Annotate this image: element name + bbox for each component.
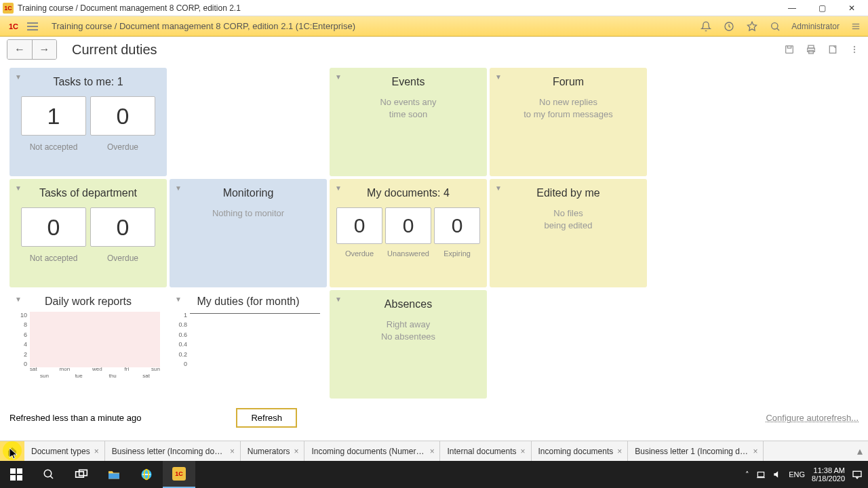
cursor-icon: [9, 448, 19, 460]
start-button[interactable]: [0, 461, 33, 488]
widget-title: My duties (for month): [175, 296, 321, 308]
widget-tasks-to-me[interactable]: ▼ Tasks to me: 1 1 0 Not accepted Overdu…: [9, 68, 167, 176]
history-icon[interactable]: [722, 20, 736, 33]
collapse-icon[interactable]: ▼: [495, 184, 502, 192]
widget-events[interactable]: ▼ Events No events any time soon: [330, 68, 487, 176]
window-title: Training course / Document management 8 …: [18, 3, 241, 13]
volume-icon[interactable]: [772, 470, 782, 479]
widget-absences[interactable]: ▼ Absences Right away No absentees: [330, 290, 487, 399]
language-indicator[interactable]: ENG: [789, 470, 805, 479]
widget-title: Edited by me: [496, 187, 640, 199]
collapse-icon[interactable]: ▼: [15, 184, 22, 192]
widget-daily-reports[interactable]: ▼ Daily work reports 10 8 6 4 2 0 sat mo…: [9, 290, 167, 399]
tab-document-types[interactable]: Document types×: [24, 441, 105, 461]
svg-rect-8: [787, 46, 791, 48]
refresh-button[interactable]: Refresh: [236, 408, 297, 428]
more-icon[interactable]: [848, 43, 861, 56]
app-icon: 1C: [3, 3, 14, 14]
svg-point-20: [44, 470, 52, 477]
user-name[interactable]: Administrator: [791, 22, 840, 31]
collapse-icon[interactable]: ▼: [335, 73, 342, 81]
collapse-icon[interactable]: ▼: [335, 296, 342, 303]
tab-business-letter-1[interactable]: Business letter 1 (Incoming do...×: [628, 441, 764, 461]
docs-overdue-count[interactable]: 0: [336, 207, 382, 244]
docs-expiring-label: Expiring: [434, 249, 480, 258]
close-tab-icon[interactable]: ×: [753, 447, 757, 456]
collapse-icon[interactable]: ▼: [335, 184, 342, 192]
docs-expiring-count[interactable]: 0: [434, 207, 480, 244]
page-open-icon[interactable]: [826, 43, 840, 56]
configure-autorefresh-link[interactable]: Configure autorefresh...: [766, 413, 859, 423]
widget-tasks-department[interactable]: ▼ Tasks of department 0 0 Not accepted O…: [9, 179, 167, 287]
tab-incoming-documents[interactable]: Incoming documents×: [532, 441, 629, 461]
widget-monitoring[interactable]: ▼ Monitoring Nothing to monitor: [170, 179, 327, 287]
collapse-icon[interactable]: ▼: [175, 184, 182, 192]
maximize-button[interactable]: ▢: [814, 2, 830, 14]
widget-title: Monitoring: [176, 187, 320, 199]
svg-rect-28: [853, 471, 861, 476]
widget-title: Daily work reports: [15, 296, 161, 308]
tab-scroll-icon[interactable]: ▴: [852, 441, 868, 461]
user-menu-icon[interactable]: [849, 20, 863, 33]
clock[interactable]: 11:38 AM 8/18/2020: [812, 466, 845, 483]
docs-unanswered-label: Unanswered: [385, 249, 431, 258]
svg-rect-18: [10, 475, 16, 481]
widget-my-documents[interactable]: ▼ My documents: 4 0 0 0 Overdue Unanswer…: [330, 179, 487, 287]
widget-forum[interactable]: ▼ Forum No new replies to my forum messa…: [490, 68, 647, 176]
dept-overdue-count[interactable]: 0: [90, 207, 155, 247]
tab-numerators[interactable]: Numerators×: [241, 441, 305, 461]
favorites-icon[interactable]: [745, 20, 759, 33]
tab-incoming-numerat[interactable]: Incoming documents (Numerat...×: [304, 441, 440, 461]
collapse-icon[interactable]: ▼: [15, 296, 22, 303]
widget-my-duties[interactable]: ▼ My duties (for month) 1 0.8 0.6 0.4 0.…: [170, 290, 327, 399]
close-tab-icon[interactable]: ×: [294, 447, 298, 456]
monitoring-msg: Nothing to monitor: [176, 207, 320, 220]
widget-edited-by-me[interactable]: ▼ Edited by me No files being edited: [490, 179, 647, 287]
close-tab-icon[interactable]: ×: [230, 447, 235, 456]
overdue-label: Overdue: [90, 142, 155, 152]
close-tab-icon[interactable]: ×: [521, 447, 526, 456]
daily-reports-chart: 10 8 6 4 2 0 sat mon wed fri sun sun tue…: [15, 312, 161, 380]
forum-msg-2: to my forum messages: [496, 108, 640, 121]
close-tab-icon[interactable]: ×: [430, 447, 435, 456]
svg-line-21: [50, 476, 53, 479]
menu-button[interactable]: [27, 18, 43, 35]
dept-not-accepted-count[interactable]: 0: [21, 207, 86, 247]
back-button[interactable]: ←: [7, 40, 32, 59]
svg-point-13: [854, 46, 855, 47]
docs-unanswered-count[interactable]: 0: [385, 207, 431, 244]
collapse-icon[interactable]: ▼: [495, 73, 502, 81]
close-tab-icon[interactable]: ×: [617, 447, 622, 456]
collapse-icon[interactable]: ▼: [15, 73, 22, 81]
svg-rect-26: [758, 472, 764, 477]
search-button[interactable]: [33, 461, 65, 488]
overdue-count[interactable]: 0: [90, 96, 155, 136]
tray-up-icon[interactable]: ˄: [745, 470, 749, 479]
save-icon[interactable]: [783, 43, 796, 56]
svg-rect-16: [10, 468, 16, 474]
tab-business-letter[interactable]: Business letter (Incoming docu...×: [105, 441, 241, 461]
my-duties-chart: 1 0.8 0.6 0.4 0.2 0: [175, 312, 321, 380]
file-explorer-icon[interactable]: [98, 461, 130, 488]
widget-title: Tasks of department: [16, 187, 160, 199]
minimize-button[interactable]: —: [784, 2, 800, 14]
edited-msg-1: No files: [496, 207, 640, 220]
action-center-icon[interactable]: [852, 470, 863, 479]
notifications-icon[interactable]: [699, 20, 713, 33]
close-tab-icon[interactable]: ×: [94, 447, 99, 456]
tab-internal-documents[interactable]: Internal documents×: [440, 441, 531, 461]
forum-msg-1: No new replies: [496, 96, 640, 108]
forward-button[interactable]: →: [32, 40, 56, 59]
search-icon[interactable]: [768, 20, 782, 33]
1c-app-icon[interactable]: 1C: [163, 461, 195, 488]
not-accepted-count[interactable]: 1: [21, 96, 86, 136]
collapse-icon[interactable]: ▼: [175, 296, 182, 303]
ie-icon[interactable]: [130, 461, 163, 488]
close-button[interactable]: ✕: [844, 2, 860, 14]
network-icon[interactable]: [756, 470, 766, 479]
nav-row: ← → Current duties: [0, 37, 868, 62]
dept-not-accepted-label: Not accepted: [21, 253, 86, 263]
task-view-button[interactable]: [65, 461, 98, 488]
home-tab[interactable]: [0, 441, 24, 461]
print-icon[interactable]: [804, 43, 818, 56]
